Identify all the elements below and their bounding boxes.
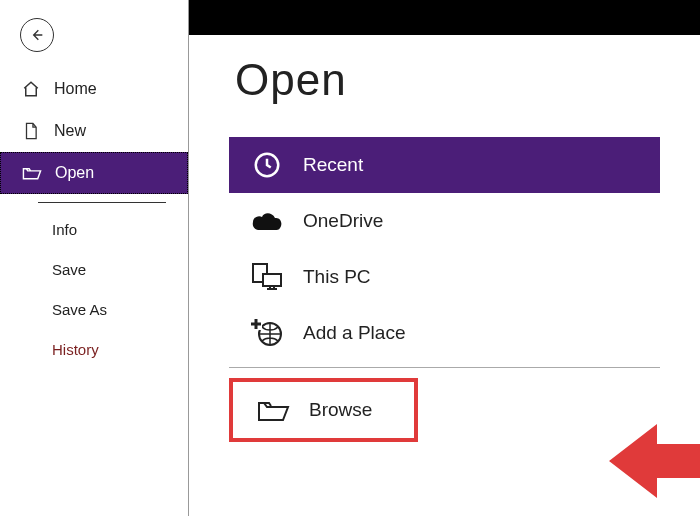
computer-icon xyxy=(247,262,287,292)
folder-open-icon xyxy=(253,397,293,423)
separator xyxy=(229,367,660,368)
svg-rect-2 xyxy=(263,274,281,286)
sidebar-item-open[interactable]: Open xyxy=(0,152,188,194)
location-label: Recent xyxy=(303,154,363,176)
folder-open-icon xyxy=(21,165,43,181)
sidebar-item-home[interactable]: Home xyxy=(0,68,188,110)
sidebar-sub-label: Save xyxy=(52,261,86,278)
sidebar-item-history[interactable]: History xyxy=(0,329,188,369)
main-panel: Open Recent OneDrive xyxy=(189,0,700,516)
sidebar-sub-label: History xyxy=(52,341,99,358)
sidebar: Home New Open Info Save Save As History xyxy=(0,0,188,516)
sidebar-item-save-as[interactable]: Save As xyxy=(0,289,188,329)
sidebar-item-info[interactable]: Info xyxy=(0,209,188,249)
callout-highlight: Browse xyxy=(229,378,418,442)
location-onedrive[interactable]: OneDrive xyxy=(229,193,660,249)
home-icon xyxy=(20,80,42,98)
document-icon xyxy=(20,122,42,140)
location-browse[interactable]: Browse xyxy=(235,384,412,436)
clock-icon xyxy=(247,150,287,180)
add-globe-icon xyxy=(247,318,287,348)
arrow-left-icon xyxy=(29,27,45,43)
location-label: Add a Place xyxy=(303,322,405,344)
location-label: This PC xyxy=(303,266,371,288)
location-this-pc[interactable]: This PC xyxy=(229,249,660,305)
location-list: Recent OneDrive This PC xyxy=(229,137,660,442)
separator xyxy=(38,202,166,203)
sidebar-item-new[interactable]: New xyxy=(0,110,188,152)
sidebar-item-label: New xyxy=(54,122,86,140)
sidebar-item-save[interactable]: Save xyxy=(0,249,188,289)
arrow-callout-icon xyxy=(609,418,700,508)
location-recent[interactable]: Recent xyxy=(229,137,660,193)
sidebar-item-label: Open xyxy=(55,164,94,182)
location-label: Browse xyxy=(309,399,372,421)
page-title: Open xyxy=(235,55,700,105)
sidebar-sub-label: Info xyxy=(52,221,77,238)
back-button[interactable] xyxy=(20,18,54,52)
cloud-icon xyxy=(247,210,287,232)
location-add-place[interactable]: Add a Place xyxy=(229,305,660,361)
sidebar-sub-label: Save As xyxy=(52,301,107,318)
location-label: OneDrive xyxy=(303,210,383,232)
sidebar-item-label: Home xyxy=(54,80,97,98)
titlebar xyxy=(189,0,700,35)
